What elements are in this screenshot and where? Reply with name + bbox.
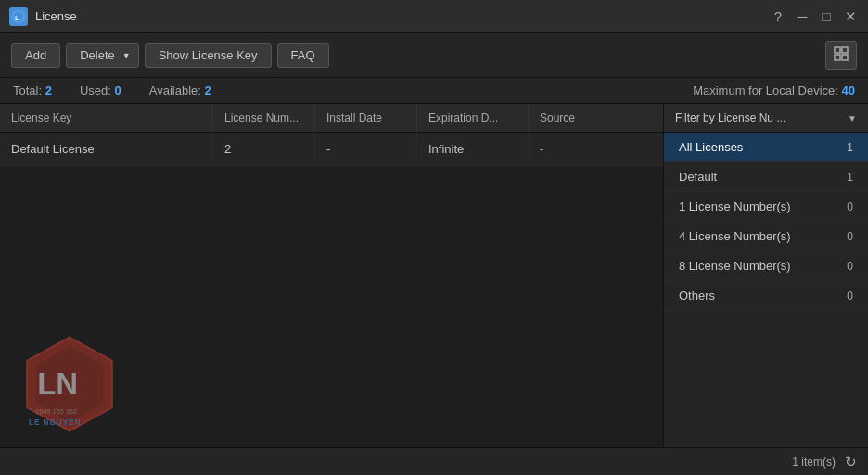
col-header-num: License Num... [213, 104, 315, 132]
app-icon: L [9, 7, 28, 26]
filter-item-count: 1 [847, 141, 853, 154]
delete-dropdown-arrow: ▼ [122, 51, 131, 60]
filter-item-label: 8 License Number(s) [679, 259, 791, 273]
window-title: License [35, 9, 770, 23]
delete-button[interactable]: Delete ▼ [66, 43, 139, 68]
filter-items: All Licenses 1 Default 1 1 License Numbe… [664, 133, 868, 447]
col-header-install: Install Date [315, 104, 417, 132]
close-button[interactable]: ✕ [842, 9, 859, 23]
filter-item-8-license[interactable]: 8 License Number(s) 0 [664, 251, 868, 281]
cell-install: - [315, 133, 417, 165]
filter-item-count: 0 [847, 260, 853, 273]
filter-item-label: 1 License Number(s) [679, 199, 791, 213]
total-stat: Total: 2 [13, 83, 52, 97]
filter-header: Filter by License Nu ... ▼ [664, 104, 868, 133]
title-bar: L License ? ─ □ ✕ [0, 0, 868, 33]
filter-item-label: All Licenses [679, 140, 743, 154]
cell-num: 2 [213, 133, 315, 165]
col-header-source: Source [529, 104, 663, 132]
cell-source: - [529, 133, 663, 165]
max-stat: Maximum for Local Device: 40 [693, 83, 855, 97]
show-license-key-button[interactable]: Show License Key [145, 43, 272, 68]
filter-item-label: Default [679, 170, 717, 184]
filter-item-label: Others [679, 289, 715, 302]
maximize-button[interactable]: □ [818, 9, 835, 23]
filter-item-count: 0 [847, 200, 853, 213]
table-area: License Key License Num... Install Date … [0, 104, 664, 447]
filter-item-count: 0 [847, 289, 853, 302]
filter-item-all-licenses[interactable]: All Licenses 1 [664, 133, 868, 162]
refresh-button[interactable]: ↻ [845, 454, 857, 470]
toolbar: Add Delete ▼ Show License Key FAQ [0, 33, 868, 78]
main-content: License Key License Num... Install Date … [0, 104, 868, 447]
add-button[interactable]: Add [11, 43, 60, 68]
filter-item-4-license[interactable]: 4 License Number(s) 0 [664, 222, 868, 251]
svg-rect-4 [835, 55, 840, 60]
view-toggle-button[interactable] [825, 41, 857, 70]
filter-item-label: 4 License Number(s) [679, 229, 791, 243]
filter-header-label: Filter by License Nu ... [675, 111, 785, 124]
toolbar-right [825, 41, 857, 70]
minimize-button[interactable]: ─ [794, 9, 811, 23]
filter-item-1-license[interactable]: 1 License Number(s) 0 [664, 192, 868, 222]
used-stat: Used: 0 [80, 83, 121, 97]
footer: 1 item(s) ↻ [0, 447, 868, 475]
faq-button[interactable]: FAQ [277, 43, 329, 68]
filter-item-others[interactable]: Others 0 [664, 281, 868, 311]
stats-bar: Total: 2 Used: 0 Available: 2 Maximum fo… [0, 78, 868, 104]
filter-item-default[interactable]: Default 1 [664, 162, 868, 192]
filter-item-count: 1 [847, 171, 853, 184]
svg-text:L: L [15, 14, 19, 22]
delete-label: Delete [80, 48, 115, 62]
filter-dropdown-arrow[interactable]: ▼ [848, 113, 857, 123]
table-header: License Key License Num... Install Date … [0, 104, 663, 133]
col-header-expiry: Expiration D... [417, 104, 529, 132]
svg-rect-2 [835, 47, 840, 53]
cell-expiry: Infinite [417, 133, 529, 165]
svg-rect-3 [842, 47, 848, 53]
available-stat: Available: 2 [149, 83, 211, 97]
help-button[interactable]: ? [770, 9, 786, 23]
table-row[interactable]: Default License 2 - Infinite - [0, 133, 663, 166]
window-controls: ? ─ □ ✕ [770, 9, 859, 23]
svg-rect-5 [842, 55, 848, 60]
col-header-key: License Key [0, 104, 213, 132]
footer-item-count: 1 item(s) [792, 456, 836, 469]
table-body: Default License 2 - Infinite - [0, 133, 663, 447]
filter-panel: Filter by License Nu ... ▼ All Licenses … [664, 104, 868, 447]
cell-key: Default License [0, 133, 213, 165]
filter-item-count: 0 [847, 230, 853, 243]
